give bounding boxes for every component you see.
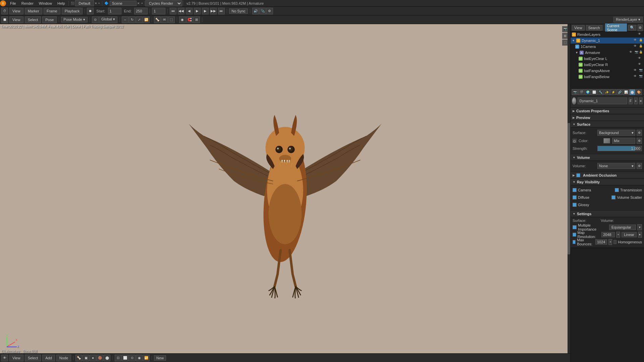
linear-dropdown-arrow-btn[interactable]: ▾ (638, 232, 642, 238)
pivot-icon[interactable]: ⊙ (92, 16, 99, 23)
jump-end-icon[interactable]: ⏭ (218, 8, 225, 14)
search-btn[interactable]: Search (586, 25, 602, 31)
step-back-icon[interactable]: ◀ (186, 8, 193, 14)
prop-edit-icon[interactable]: ◉ (179, 16, 186, 23)
color-value[interactable]: Mix (612, 138, 635, 144)
eye-icon-dynamic1[interactable]: 👁 (634, 38, 638, 43)
shading-solid-icon[interactable]: ● (90, 355, 96, 361)
eye-icon-el[interactable]: 👁 (638, 56, 643, 61)
modifier-props-icon[interactable]: 🔧 (597, 89, 603, 95)
material-props-icon[interactable]: ⬤ (629, 89, 635, 95)
overlays-icon[interactable]: ⊡ (115, 355, 121, 361)
no-sync-dropdown[interactable]: No Sync (229, 8, 248, 14)
step-fwd-icon[interactable]: ▶ (202, 8, 209, 14)
material-add-btn[interactable]: + (634, 98, 638, 104)
volume-type-dropdown[interactable]: None ▾ (597, 163, 635, 169)
outliner-item-eye-r[interactable]: M batEyeClear R 👁 (577, 62, 644, 68)
scene-props-icon[interactable]: 🎬 (578, 89, 584, 95)
toolbar-frame[interactable]: Frame (44, 8, 60, 14)
eye-icon-fa[interactable]: 👁 (634, 68, 638, 73)
shading-mat-icon[interactable]: ⬤ (104, 355, 110, 361)
map-res-checkbox[interactable] (573, 233, 576, 237)
material-users-btn[interactable]: F (629, 98, 632, 104)
surface-header[interactable]: ▼ Surface (571, 121, 644, 128)
scene-name-input[interactable] (110, 1, 137, 6)
ao-checkbox[interactable] (576, 173, 580, 177)
envelope-icon[interactable]: ✉ (161, 16, 168, 23)
vp-add-btn[interactable]: Add (42, 355, 55, 361)
scale-icon[interactable]: ⤢ (136, 16, 143, 23)
3d-view-icon[interactable]: 🔲 (1, 16, 8, 23)
toolbar-view[interactable]: View (9, 8, 23, 14)
collapse-arrow-dynamic1[interactable]: ▼ (572, 39, 575, 42)
translate-icon[interactable]: ↔ (122, 16, 128, 23)
glossy-checkbox[interactable] (573, 203, 577, 207)
toolbar-marker[interactable]: Marker (25, 8, 42, 14)
equiangular-dropdown-arrow-btn[interactable]: ▾ (637, 224, 642, 230)
pose-mode-icon2[interactable]: 🦴 (75, 355, 82, 361)
mirror-icon[interactable]: 🔁 (143, 16, 150, 23)
start-frame-input[interactable] (108, 8, 121, 14)
snap2-icon[interactable]: ⊙ (129, 355, 136, 361)
render-props-icon[interactable]: 📷 (572, 89, 578, 95)
current-frame-input[interactable] (152, 8, 165, 14)
shading-wire-icon[interactable]: ▣ (83, 355, 89, 361)
outliner-item-fangs-below[interactable]: M batFangsBelow 👁 📷 (577, 74, 644, 80)
menu-window[interactable]: Window (36, 1, 55, 6)
color-settings-icon[interactable]: ⚙ (637, 138, 642, 144)
timeline-icon[interactable]: ⏱ (1, 8, 8, 14)
settings-header[interactable]: ▼ Settings (571, 210, 644, 217)
restrict-icon-camera[interactable]: 🔒 (639, 44, 643, 49)
clip-icon[interactable]: 📎 (259, 8, 266, 14)
renderlayer-dropdown[interactable]: RenderLayer ▾ (613, 17, 643, 22)
eye-icon-renderlayers[interactable]: 👁 (638, 32, 643, 37)
bb-icon[interactable]: ⬚ (168, 16, 175, 23)
outliner-item-armature[interactable]: ▼ A Armature 👁 📷 🔒 (574, 50, 644, 56)
eye-icon-fb[interactable]: 👁 (634, 74, 638, 79)
world-props-icon[interactable]: 🌍 (585, 89, 591, 95)
eye-icon-er[interactable]: 👁 (638, 62, 643, 67)
material-name-input[interactable] (578, 98, 627, 104)
linear-dropdown[interactable]: Linear (622, 232, 637, 237)
xray-icon[interactable]: ⬜ (122, 355, 128, 361)
homogeneous-checkbox[interactable] (613, 240, 616, 244)
outliner-item-dynamic1[interactable]: ▼ S Dynamic_1 👁 🔒 (571, 38, 644, 44)
preview-header[interactable]: ▶ Preview (571, 114, 644, 121)
end-frame-input[interactable] (134, 8, 148, 14)
volume-scatter-checkbox[interactable] (611, 195, 615, 199)
strength-slider[interactable]: 1.000 (597, 146, 642, 151)
jump-back-icon[interactable]: ◀◀ (178, 8, 184, 14)
color-swatch[interactable] (603, 138, 610, 143)
menu-file[interactable]: File (7, 1, 19, 6)
view-btn[interactable]: View (9, 16, 23, 23)
eye-icon-camera[interactable]: 👁 (634, 44, 638, 49)
constraints-props-icon[interactable]: 🔗 (616, 89, 623, 95)
vp-view-btn[interactable]: View (9, 355, 23, 361)
pose-btn[interactable]: Pose (42, 16, 57, 23)
ambient-occlusion-header[interactable]: ▶ Ambient Occlusion (571, 172, 644, 179)
outliner-search-icon[interactable]: 🔍 (628, 25, 636, 31)
texture-props-icon[interactable]: 🎨 (636, 89, 642, 95)
prop-edit2-icon[interactable]: ◉ (136, 355, 143, 361)
menu-render[interactable]: Render (19, 1, 36, 6)
play-icon[interactable]: ▶ (194, 8, 201, 14)
max-bounces-input[interactable]: 1024 (595, 239, 607, 245)
multiple-importance-checkbox[interactable] (573, 225, 577, 229)
diffuse-checkbox[interactable] (573, 195, 577, 199)
restrict-icon-dynamic1[interactable]: 🔒 (639, 38, 643, 43)
3d-viewport[interactable]: Time:00:20.22 | Mem:340.84M, Peak:436.75… (0, 24, 570, 362)
menu-help[interactable]: Help (55, 1, 68, 6)
snap-icon[interactable]: 🧲 (186, 16, 193, 23)
outliner-item-fangs-above[interactable]: M batFangsAbove 👁 📷 (577, 68, 644, 74)
bone-icon[interactable]: 🦴 (154, 16, 161, 23)
restrict-render-armature[interactable]: 📷 (635, 50, 638, 55)
mirror2-icon[interactable]: 🔁 (143, 355, 150, 361)
surface-type-dropdown[interactable]: Background ▾ (597, 130, 635, 136)
vp-select-btn[interactable]: Select (25, 355, 41, 361)
eye-icon-armature[interactable]: 👁 (629, 50, 634, 55)
surface-type-settings-icon[interactable]: ⚙ (637, 130, 642, 136)
outliner-item-camera[interactable]: C 1Camera 👁 🔒 (574, 44, 644, 50)
current-scene-btn[interactable]: Current Scene (605, 23, 627, 32)
outliner-item-renderlayers[interactable]: S RenderLayers 👁 (571, 32, 644, 38)
record-icon[interactable]: ⏺ (87, 8, 94, 14)
